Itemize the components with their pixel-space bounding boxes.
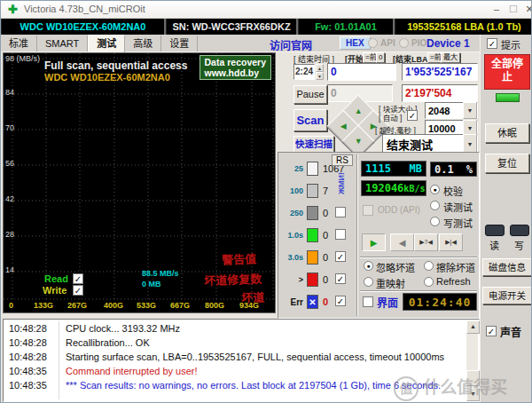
auto-label: [ 自动 ] xyxy=(379,112,402,122)
hex-button[interactable]: HEX xyxy=(340,36,371,50)
pio-radio[interactable] xyxy=(399,38,409,48)
quick-scan-button[interactable]: 快速扫描 xyxy=(293,136,334,153)
tab-smart[interactable]: SMART xyxy=(37,36,88,51)
website-link[interactable]: 访问官网 xyxy=(270,37,312,52)
x-axis-label: 800G xyxy=(205,301,224,310)
x-axis-label: 0 xyxy=(9,301,13,310)
drive-info-bar: WDC WD10EZEX-60M2NA0 SN: WD-WCC3FRX66DKZ… xyxy=(1,19,532,35)
rs-checkbox-orange[interactable]: ✓ xyxy=(335,251,346,262)
y-axis-label: 84 xyxy=(5,88,14,97)
disk-info-button[interactable]: 磁盘信息 xyxy=(482,258,532,276)
verify-radio[interactable]: ● xyxy=(430,185,440,194)
right-sidebar: ✓ 提示 全部停止 休眠 复位 读 写 磁盘信息 电源开关 ✓ 声音 xyxy=(480,35,532,403)
rs-checkbox-err[interactable]: ✓ xyxy=(335,296,346,306)
api-radio[interactable] xyxy=(368,38,378,48)
speed-display: 192046kB/s xyxy=(361,180,426,196)
block-time-label: 100 xyxy=(280,186,303,195)
pause-button[interactable]: Pause xyxy=(293,85,327,104)
seek-end-button[interactable]: ▶|◀ xyxy=(439,233,463,251)
title-bar[interactable]: ✚ Victoria 4.73b_CN_miCROit – ☐ ✕ xyxy=(1,1,532,19)
block-color-green xyxy=(307,228,318,242)
drive-firmware: Fw: 01.01A01 xyxy=(298,19,395,35)
tab-bar: 标准SMART测试高级设置 访问官网 HEX API PIO Device 1 xyxy=(1,35,532,52)
block-color-25 xyxy=(307,162,318,176)
site-watermark: 值 什么值得买 xyxy=(394,374,507,401)
panel-divider xyxy=(356,154,358,316)
tab-advanced[interactable]: 高级 xyxy=(125,36,161,51)
maximize-button[interactable]: ☐ xyxy=(506,3,520,16)
end-max-button[interactable]: 最大 xyxy=(441,52,460,63)
spinner-down-icon[interactable]: ▼ xyxy=(316,72,324,80)
gui-checkbox[interactable] xyxy=(363,296,373,307)
spinner-up-icon[interactable]: ▲ xyxy=(316,64,324,72)
end-time-value[interactable]: 2:24 xyxy=(293,64,315,80)
sleep-button[interactable]: 休眠 xyxy=(485,123,529,143)
erase-bad-radio[interactable] xyxy=(424,261,434,271)
write-test-radio[interactable] xyxy=(430,217,440,226)
chevron-down-icon[interactable]: ▼ xyxy=(463,102,477,119)
read-test-radio-label: 读测试 xyxy=(443,200,473,214)
remap-label: 重映射 xyxy=(376,276,405,290)
block-time-label: 1.0s xyxy=(280,231,303,240)
hint-checkbox[interactable]: ✓ xyxy=(487,38,497,49)
log-message: Recallibration... OK xyxy=(66,337,150,348)
log-time: 10:48:35 xyxy=(9,366,47,376)
stop-all-button[interactable]: 全部停止 xyxy=(484,54,530,90)
refresh-radio[interactable] xyxy=(424,277,434,287)
odd-api-label: ODD (API) xyxy=(378,205,420,215)
play-icon: ▶ xyxy=(371,238,378,248)
tab-standard[interactable]: 标准 xyxy=(1,36,37,51)
x-axis-label: 133G xyxy=(34,301,53,310)
remap-radio[interactable] xyxy=(364,277,373,287)
annotation-remap-count: 坏道修复数 xyxy=(204,270,262,288)
scan-drive-subtitle: WDC WD10EZEX-60M2NA0 xyxy=(44,72,170,83)
read-test-radio[interactable] xyxy=(430,201,440,210)
block-color-250 xyxy=(307,206,318,220)
write-test-radio-label: 写测试 xyxy=(443,216,473,230)
end-lba-input[interactable]: 1'953'525'167 xyxy=(402,63,478,81)
err-label: Err xyxy=(280,297,303,307)
minimize-button[interactable]: – xyxy=(489,3,504,16)
log-time: 10:48:28 xyxy=(9,352,47,362)
scan-button[interactable]: Scan xyxy=(293,109,327,131)
auto-checkbox[interactable]: ✓ xyxy=(407,110,418,121)
victoria-window: ✚ Victoria 4.73b_CN_miCROit – ☐ ✕ WDC WD… xyxy=(0,0,532,403)
start-lba-input[interactable]: 0 xyxy=(327,63,396,81)
close-button[interactable]: ✕ xyxy=(522,3,532,16)
end-action-dropdown[interactable]: 结束测试 ▼ xyxy=(382,134,478,154)
drive-capacity: 1953525168 LBA (1.0 Tb) xyxy=(395,19,532,35)
scroll-up-icon[interactable]: ▲ xyxy=(466,320,480,334)
play-backward-button[interactable]: ◀ xyxy=(390,233,414,251)
power-switch-button[interactable]: 电源开关 xyxy=(482,287,532,304)
play-forward-button[interactable]: ▶ xyxy=(362,233,386,251)
y-axis-label: 28 xyxy=(5,230,14,239)
rs-checkbox-250[interactable] xyxy=(335,207,346,217)
ignore-bad-radio[interactable]: ● xyxy=(364,261,373,271)
log-time: 10:48:35 xyxy=(9,380,47,391)
end-time-spinner[interactable]: ▲ ▼ xyxy=(316,64,324,80)
device-selector[interactable]: Device 1 xyxy=(426,37,470,50)
block-time-label: > xyxy=(280,275,303,284)
window-title: Victoria 4.73b_CN_miCROit xyxy=(24,4,145,14)
block-count-err: 0 xyxy=(323,296,328,307)
block-color-red xyxy=(307,273,318,287)
block-size-dropdown[interactable]: 2048 ▼ xyxy=(425,102,478,119)
sound-checkbox[interactable]: ✓ xyxy=(486,326,497,336)
seek-question-button[interactable]: ▶?◀ xyxy=(414,233,438,251)
read-legend-checkbox[interactable]: ✓ xyxy=(73,273,83,284)
block-count-green: 0 xyxy=(323,230,328,241)
y-axis-label: 70 xyxy=(5,123,14,132)
read-led-label: 读 xyxy=(489,238,499,252)
rs-checkbox-green[interactable] xyxy=(335,229,346,240)
write-legend-label: Write xyxy=(43,285,66,296)
write-led-label: 写 xyxy=(514,238,524,252)
chevron-down-icon[interactable]: ▼ xyxy=(463,134,477,154)
tab-test[interactable]: 测试 xyxy=(88,35,125,54)
scanner-panel: 25 1067 100 7 250 0 1.0s 0 3.0s 0 > 0 Er… xyxy=(278,152,480,319)
tab-settings[interactable]: 设置 xyxy=(161,36,198,51)
write-legend-checkbox[interactable]: ✓ xyxy=(73,285,83,296)
rs-checkbox-red[interactable]: ✓ xyxy=(335,273,346,284)
start-zero-button[interactable]: 0 xyxy=(376,52,385,63)
reset-button[interactable]: 复位 xyxy=(485,154,529,173)
odd-api-checkbox xyxy=(363,205,373,216)
